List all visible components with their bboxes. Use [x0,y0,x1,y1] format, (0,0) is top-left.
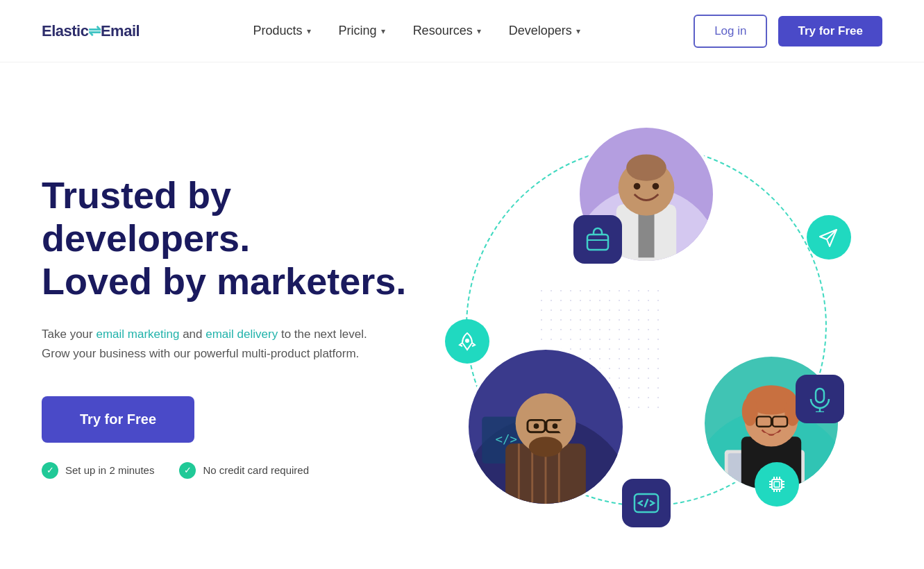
nav-resources[interactable]: Resources ▾ [413,24,481,38]
navbar: Elastic⇌Email Products ▾ Pricing ▾ Resou… [0,0,924,62]
svg-rect-47 [774,482,780,487]
chip-ring-icon [755,462,799,507]
svg-point-21 [553,423,558,429]
microphone-badge [796,375,844,423]
code-badge [622,479,671,527]
svg-point-20 [534,423,539,429]
hero-subtitle: Take your email marketing and email deli… [42,325,375,362]
logo-text: Elastic⇌Email [42,22,140,40]
paper-plane-icon [818,227,839,248]
svg-rect-46 [772,479,782,489]
hero-illustration: </> [410,104,882,548]
check-setup-label: Set up in 2 minutes [65,464,154,476]
svg-point-36 [773,432,786,443]
send-ring-icon [807,215,851,260]
svg-line-43 [645,500,648,507]
hero-checks: ✓ Set up in 2 minutes ✓ No credit card r… [42,462,410,479]
chevron-down-icon: ▾ [307,26,311,36]
nav-links: Products ▾ Pricing ▾ Resources ▾ Develop… [253,24,580,38]
svg-point-6 [653,183,660,190]
person-svg: </> [469,350,623,504]
person-developer: </> [466,347,625,507]
nav-developers[interactable]: Developers ▾ [509,24,580,38]
try-for-free-nav-button[interactable]: Try for Free [778,16,882,46]
login-button[interactable]: Log in [694,15,767,48]
hero-content: Trusted by developers. Loved by marketer… [42,173,410,479]
svg-point-22 [557,418,573,434]
chevron-down-icon: ▾ [576,26,580,36]
svg-point-35 [757,432,770,443]
hero-section: Trusted by developers. Loved by marketer… [0,62,924,569]
try-for-free-hero-button[interactable]: Try for Free [42,396,194,443]
svg-line-23 [566,414,569,419]
nav-products[interactable]: Products ▾ [253,24,311,38]
chevron-down-icon: ▾ [381,26,385,36]
svg-point-45 [465,339,469,343]
briefcase-icon [585,226,611,253]
check-setup: ✓ Set up in 2 minutes [42,462,154,479]
svg-point-4 [626,154,666,180]
briefcase-badge [573,215,622,264]
rocket-ring-icon [445,319,489,364]
microphone-icon [807,386,833,412]
svg-point-16 [529,436,562,457]
checkmark-icon: ✓ [42,462,58,479]
hero-title: Trusted by developers. Loved by marketer… [42,173,410,303]
svg-point-5 [634,183,641,190]
svg-rect-39 [816,389,824,402]
svg-rect-37 [587,235,608,250]
svg-point-30 [742,397,758,426]
checkmark-icon: ✓ [179,462,196,479]
chevron-down-icon: ▾ [477,26,481,36]
nav-actions: Log in Try for Free [694,15,882,48]
code-icon [633,490,660,516]
rocket-icon [457,331,478,352]
logo[interactable]: Elastic⇌Email [42,22,140,40]
check-no-card: ✓ No credit card required [179,462,309,479]
chip-icon [766,474,787,495]
nav-pricing[interactable]: Pricing ▾ [339,24,385,38]
check-no-card-label: No credit card required [203,464,309,476]
